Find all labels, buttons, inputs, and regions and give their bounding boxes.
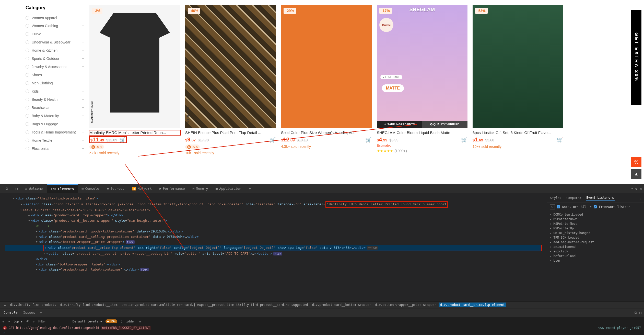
product-card[interactable]: -53%6pcs Lipstick Gift Set, 6 Kinds Of F… [473, 5, 563, 182]
side-tab-event-listeners[interactable]: Event Listeners [586, 195, 614, 201]
refresh-icon[interactable]: ↻ [550, 204, 555, 209]
category-item[interactable]: Tools & Home Improvement+ [26, 128, 84, 136]
all-dropdown[interactable]: All ▾ [581, 205, 592, 209]
console-prompt[interactable]: › [0, 330, 644, 335]
product-card[interactable]: -17%SHEGLAM Bustle ● LOVE CAKE MATTE ✓ S… [377, 5, 467, 182]
category-item[interactable]: Beauty & Health+ [26, 95, 84, 104]
side-tab-computed[interactable]: Computed [566, 195, 582, 201]
dom-tree[interactable]: ▾<div class="thrifty-find-products__item… [0, 193, 547, 301]
event-listener-item[interactable]: ORIBI_historyChanged [550, 231, 641, 235]
console-levels[interactable]: Default levels ▼ [73, 320, 102, 323]
tab-performance[interactable]: ◔ Performance [156, 185, 189, 193]
product-card[interactable]: -46%SHEIN ESSNCESHEIN Essnce Plus Plaid … [185, 5, 276, 182]
console-filter-input[interactable] [38, 319, 69, 323]
product-card[interactable]: -29%Solid Color Plus Size Women's Hoodie… [281, 5, 372, 182]
side-tab-styles[interactable]: Styles [550, 195, 562, 201]
event-listener-item[interactable]: MSPointerDown [550, 217, 641, 221]
tab-application[interactable]: ▦ Application [212, 185, 245, 193]
category-item[interactable]: Kids+ [26, 87, 84, 95]
console-error-row[interactable]: ✕ GET GET https://googleads.g.doubleclic… [0, 326, 644, 330]
tab-welcome[interactable]: ⌂ Welcome [22, 185, 46, 193]
console-error-source[interactable]: www-embed-player.js:957 [599, 326, 641, 330]
devtools-close-icon[interactable]: ✕ [640, 187, 642, 191]
category-item[interactable]: Women Clothing+ [26, 22, 84, 30]
category-item[interactable]: Curve+ [26, 30, 84, 38]
category-item[interactable]: Sports & Outdoor+ [26, 54, 84, 63]
console-clear-icon[interactable]: ⊘ [3, 320, 4, 323]
breadcrumb-item[interactable]: div.product-card__bottom-wrapper [311, 303, 373, 307]
side-expand-icon[interactable]: ⌄ [640, 196, 641, 200]
product-image[interactable]: -46%SHEIN ESSNCE [185, 5, 276, 128]
event-listener-item[interactable]: DOMContentLoaded [550, 212, 641, 217]
event-listener-item[interactable]: TPM_SDK_Loaded [550, 235, 641, 240]
tab-elements[interactable]: </> Elements [47, 184, 77, 193]
event-listener-item[interactable]: add-bag-before-request [550, 240, 641, 244]
expand-icon[interactable]: + [82, 114, 84, 118]
framework-checkbox[interactable] [594, 205, 597, 208]
device-icon[interactable]: ▢ [12, 185, 21, 193]
event-listener-item[interactable]: beforeunload [550, 254, 641, 258]
add-cart-icon[interactable]: 🛒 [365, 137, 372, 143]
add-cart-icon[interactable]: 🛒 [557, 137, 563, 143]
console-sidebar-icon[interactable]: ⧉ [635, 311, 637, 315]
event-listener-list[interactable]: DOMContentLoadedMSPointerDownMSPointerMo… [547, 211, 644, 301]
product-card[interactable]: -3%FAITH OVER FEAR FAITHOVERFEAR MANFINI… [89, 5, 180, 182]
category-item[interactable]: Men Clothing+ [26, 79, 84, 87]
console-settings-icon[interactable]: ⚙ [139, 320, 141, 323]
console-filter-icon[interactable]: ▽ [33, 320, 35, 323]
event-listener-item[interactable]: MSPointerMove [550, 221, 641, 226]
product-image[interactable]: -53% [473, 5, 563, 128]
event-listener-item[interactable]: MSPointerUp [550, 226, 641, 231]
expand-icon[interactable]: + [82, 40, 84, 44]
category-item[interactable]: Home Textile+ [26, 136, 84, 144]
category-item[interactable]: Shoes+ [26, 71, 84, 79]
tab-console[interactable]: ▭ Console [78, 185, 103, 193]
expand-icon[interactable]: + [82, 48, 84, 53]
expand-icon[interactable]: + [82, 73, 84, 77]
expand-icon[interactable]: + [82, 89, 84, 94]
expand-icon[interactable]: + [82, 64, 84, 69]
breadcrumb-item[interactable]: div.bottom-wrapper__price-wrapper [374, 303, 438, 307]
promo-banner[interactable]: GET EXTRA 20% [631, 10, 641, 105]
expand-icon[interactable]: + [82, 138, 84, 143]
add-cart-icon[interactable]: 🛒 [119, 137, 126, 143]
tab-memory[interactable]: ◎ Memory [189, 185, 212, 193]
product-image[interactable]: -3%FAITH OVER FEAR FAITHOVERFEAR MANFINI… [89, 5, 180, 128]
console-add-icon[interactable]: + [40, 311, 42, 315]
expand-icon[interactable]: + [82, 24, 84, 28]
breadcrumb-item[interactable]: div.thrifty-find-products__item [59, 303, 119, 307]
devtools-settings-icon[interactable]: ⚙ [635, 187, 637, 191]
console-issues-count[interactable]: ● 99+ [106, 319, 117, 323]
expand-icon[interactable]: + [82, 146, 84, 151]
console-context[interactable]: top ▼ [13, 320, 22, 323]
category-item[interactable]: Bags & Luggage+ [26, 120, 84, 128]
event-listener-item[interactable]: animationend [550, 244, 641, 249]
category-item[interactable]: Women Apparel [26, 14, 84, 22]
scroll-top-button[interactable]: ▲ [631, 169, 641, 179]
console-eye-icon[interactable]: 👁 [26, 320, 29, 323]
breadcrumb-item[interactable]: section.product-card.multiple-row-card.j… [120, 303, 310, 307]
expand-icon[interactable]: + [82, 122, 84, 126]
console-stop-icon[interactable]: ⊘ [8, 320, 10, 323]
console-dock-icon[interactable]: ▢ [639, 311, 641, 315]
breadcrumb-item[interactable]: div.product-card__price.fsp-element [439, 303, 506, 307]
add-cart-icon[interactable]: 🛒 [270, 137, 276, 143]
tab-sources[interactable]: ✱ Sources [103, 185, 128, 193]
expand-icon[interactable]: + [82, 97, 84, 102]
promo-percent-button[interactable]: % [631, 157, 641, 167]
category-item[interactable]: Underwear & Sleepwear+ [26, 38, 84, 46]
console-subtab-console[interactable]: Console [3, 309, 19, 316]
devtools-more-icon[interactable]: ⋯ [631, 187, 633, 191]
category-item[interactable]: Baby & Maternity+ [26, 112, 84, 120]
product-image[interactable]: -29% [281, 5, 372, 128]
event-listener-item[interactable]: blur [550, 258, 641, 263]
breadcrumb-bar[interactable]: …div.thrifty-find-productsdiv.thrifty-fi… [0, 301, 644, 308]
add-cart-icon[interactable]: 🛒 [461, 137, 467, 143]
expand-icon[interactable]: + [82, 130, 84, 135]
expand-icon[interactable]: + [82, 81, 84, 85]
breadcrumb-item[interactable]: div.thrifty-find-products [8, 303, 58, 307]
breadcrumb-item[interactable]: … [3, 303, 7, 307]
tab-add[interactable]: + [245, 185, 254, 193]
expand-icon[interactable]: + [82, 56, 84, 61]
category-item[interactable]: Electronics+ [26, 144, 84, 153]
